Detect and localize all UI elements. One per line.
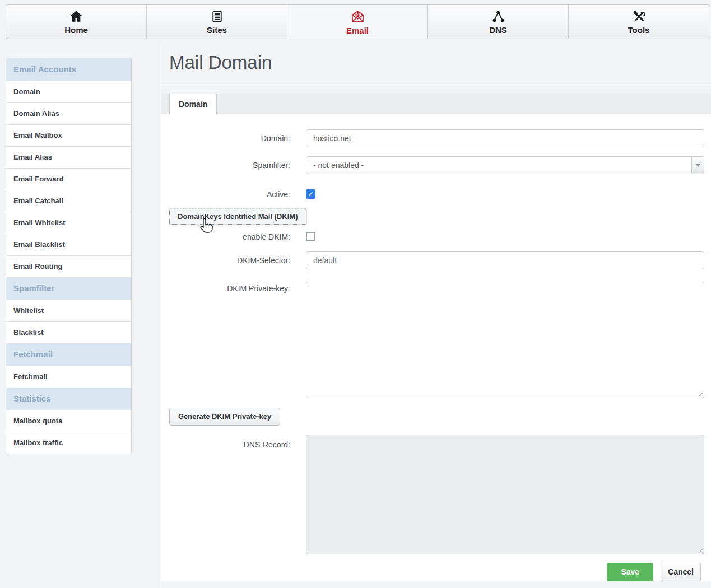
- dkim-private-key-label: DKIM Private-key:: [161, 282, 306, 398]
- top-navigation: Home Sites @ Email: [6, 4, 709, 39]
- sidebar-item-email-blacklist[interactable]: Email Blacklist: [6, 234, 131, 255]
- sites-icon: [210, 10, 224, 24]
- spamfilter-selected-value: - not enabled -: [306, 161, 691, 170]
- sidebar-item-whitelist[interactable]: Whitelist: [6, 300, 131, 321]
- spamfilter-select[interactable]: - not enabled -: [306, 156, 704, 174]
- email-icon: @: [350, 9, 365, 24]
- sidebar-section-statistics: Statistics: [6, 388, 131, 410]
- sidebar-item-email-routing[interactable]: Email Routing: [6, 255, 131, 277]
- nav-tab-home[interactable]: Home: [6, 5, 146, 39]
- sidebar-item-email-whitelist[interactable]: Email Whitelist: [6, 212, 131, 234]
- main-content: Mail Domain Domain Domain: Spamfilter: -…: [161, 44, 711, 588]
- domain-label: Domain:: [161, 129, 306, 147]
- tab-domain[interactable]: Domain: [169, 94, 217, 114]
- dns-record-textarea: [306, 435, 704, 554]
- tools-icon: [632, 10, 646, 24]
- form-tab-strip: Domain: [161, 94, 711, 114]
- sidebar-section-fetchmail: Fetchmail: [6, 343, 131, 366]
- domain-input[interactable]: [306, 129, 704, 147]
- sidebar-item-domain[interactable]: Domain: [6, 81, 131, 102]
- svg-text:@: @: [355, 10, 360, 16]
- home-icon: [69, 9, 83, 24]
- generate-dkim-key-button[interactable]: Generate DKIM Private-key: [169, 408, 280, 426]
- dkim-section-button[interactable]: DomainKeys Identified Mail (DKIM): [169, 209, 306, 225]
- dkim-private-key-textarea[interactable]: [306, 282, 704, 398]
- nav-tab-tools-label: Tools: [628, 25, 650, 35]
- sidebar-item-domain-alias[interactable]: Domain Alias: [6, 102, 131, 124]
- nav-tab-sites-label: Sites: [207, 25, 227, 35]
- active-label: Active:: [161, 189, 306, 199]
- nav-tab-tools[interactable]: Tools: [568, 5, 709, 39]
- dkim-selector-label: DKIM-Selector:: [161, 251, 306, 269]
- nav-tab-sites[interactable]: Sites: [146, 5, 287, 39]
- sidebar-item-email-alias[interactable]: Email Alias: [6, 146, 131, 168]
- mail-domain-form: Domain: Spamfilter: - not enabled - Acti…: [161, 114, 711, 581]
- sidebar: Email Accounts Domain Domain Alias Email…: [6, 58, 132, 454]
- save-button[interactable]: Save: [607, 563, 653, 581]
- dkim-selector-input[interactable]: [306, 251, 704, 269]
- nav-tab-email[interactable]: @ Email: [287, 5, 427, 39]
- cancel-button[interactable]: Cancel: [661, 563, 701, 581]
- sidebar-item-mailbox-quota[interactable]: Mailbox quota: [6, 410, 131, 432]
- sidebar-item-fetchmail[interactable]: Fetchmail: [6, 366, 131, 388]
- page-title: Mail Domain: [169, 51, 711, 74]
- enable-dkim-checkbox[interactable]: [306, 232, 315, 241]
- dns-record-label: DNS-Record:: [161, 435, 306, 554]
- enable-dkim-label: enable DKIM:: [161, 231, 306, 242]
- sidebar-item-email-catchall[interactable]: Email Catchall: [6, 190, 131, 212]
- sidebar-item-email-mailbox[interactable]: Email Mailbox: [6, 124, 131, 146]
- active-checkbox[interactable]: ✓: [306, 189, 315, 199]
- title-divider: [161, 81, 711, 81]
- form-actions: Save Cancel: [161, 563, 711, 581]
- select-dropdown-button[interactable]: [691, 157, 704, 174]
- sidebar-item-email-forward[interactable]: Email Forward: [6, 168, 131, 190]
- sidebar-section-email-accounts: Email Accounts: [6, 58, 131, 81]
- nav-tab-dns[interactable]: DNS: [427, 5, 568, 39]
- nav-tab-home-label: Home: [64, 25, 88, 35]
- dns-icon: [491, 10, 505, 24]
- spamfilter-label: Spamfilter:: [161, 156, 306, 174]
- nav-tab-dns-label: DNS: [489, 25, 507, 35]
- sidebar-item-mailbox-traffic[interactable]: Mailbox traffic: [6, 432, 131, 454]
- sidebar-section-spamfilter: Spamfilter: [6, 277, 131, 300]
- sidebar-item-blacklist[interactable]: Blacklist: [6, 321, 131, 343]
- chevron-down-icon: [696, 164, 700, 167]
- nav-tab-email-label: Email: [346, 26, 369, 35]
